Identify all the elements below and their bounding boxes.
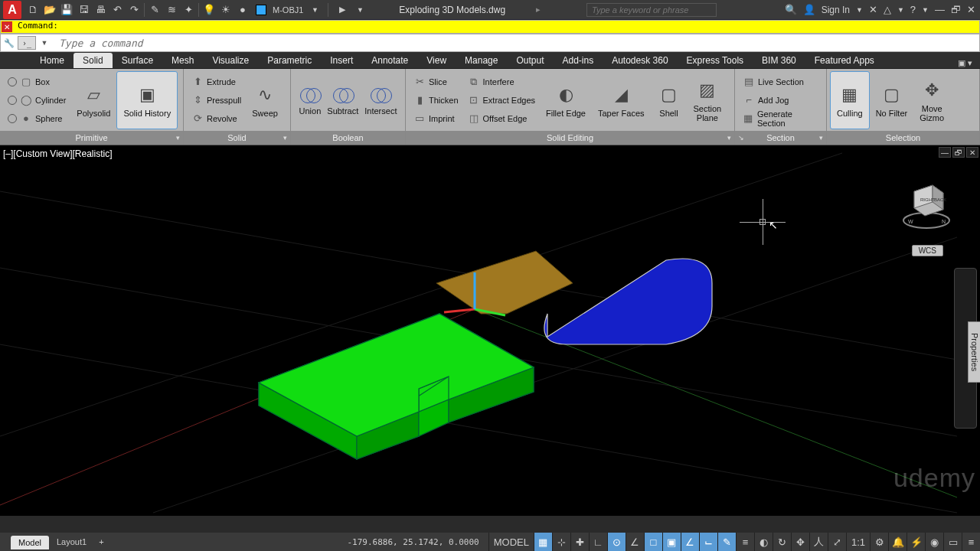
tab-expresstools[interactable]: Express Tools	[678, 53, 753, 68]
tab-insert[interactable]: Insert	[321, 53, 362, 68]
space-toggle[interactable]: MODEL	[488, 533, 534, 551]
imprint-button[interactable]: ▭Imprint	[412, 110, 460, 127]
section-plane-button[interactable]: ▨Section Plane	[688, 71, 728, 129]
generate-section-button[interactable]: ▦Generate Section	[741, 110, 820, 127]
3dosnap-icon[interactable]: ▣	[662, 533, 681, 551]
print-icon[interactable]: 🖶	[92, 2, 109, 18]
polysolid-button[interactable]: ▱Polysolid	[70, 71, 116, 129]
subtract-button[interactable]: Subtract	[324, 71, 361, 129]
tab-output[interactable]: Output	[507, 53, 553, 68]
undo-icon[interactable]: ↶	[109, 2, 126, 18]
search-input[interactable]	[586, 3, 717, 17]
revolve-button[interactable]: ⟳Revolve	[190, 110, 243, 127]
redo-icon[interactable]: ↷	[126, 2, 142, 18]
close-icon[interactable]: ✕	[966, 147, 978, 158]
batch-plot-icon[interactable]: ≋	[163, 2, 180, 18]
interfere-button[interactable]: ⧉Interfere	[466, 73, 537, 90]
panel-title[interactable]: Section▾↘	[735, 131, 826, 145]
viewcube[interactable]: RIGHT BACK W N	[899, 176, 954, 231]
sun-icon[interactable]: ☀	[217, 2, 234, 18]
live-section-button[interactable]: ▤Live Section	[741, 73, 820, 90]
transparency-icon[interactable]: ◐	[754, 533, 773, 551]
open-icon[interactable]: 📂	[41, 2, 58, 18]
render-icon[interactable]: ✦	[180, 2, 197, 18]
chevron-right-icon[interactable]: ▸	[536, 5, 541, 15]
polar-toggle-icon[interactable]: ⊙	[607, 533, 626, 551]
signin-button[interactable]: Sign In	[822, 5, 850, 15]
cursor-coordinates[interactable]: -179.6886, 25.1742, 0.0000	[338, 537, 488, 547]
tab-model[interactable]: Model	[11, 536, 49, 549]
panel-dialog-icon[interactable]: ↘	[738, 134, 744, 142]
command-input[interactable]	[53, 37, 979, 49]
dropdown-icon[interactable]: ▼	[351, 2, 368, 18]
tab-solid[interactable]: Solid	[74, 53, 113, 68]
dropdown-icon[interactable]: ▼	[306, 2, 323, 18]
intersect-button[interactable]: Intersect	[361, 71, 400, 129]
tab-bim360[interactable]: BIM 360	[753, 53, 805, 68]
extrude-button[interactable]: ⬆Extrude	[190, 73, 243, 90]
isolate-objects-icon[interactable]: ◉	[925, 533, 943, 551]
customize-icon[interactable]: 🔧	[2, 36, 16, 50]
culling-button[interactable]: ▦Culling	[830, 71, 870, 129]
slice-button[interactable]: ✂Slice	[412, 73, 460, 90]
panel-title[interactable]: Primitive▾	[0, 131, 183, 145]
match-prop-icon[interactable]: ✎	[146, 2, 163, 18]
dropdown-icon[interactable]: ▼	[922, 6, 929, 14]
presspull-button[interactable]: ⇕Presspull	[190, 92, 243, 109]
panel-expand-icon[interactable]: ▾	[819, 134, 823, 142]
tab-featuredapps[interactable]: Featured Apps	[805, 53, 884, 68]
add-layout-button[interactable]: +	[94, 535, 108, 549]
lineweight-icon[interactable]: ≡	[736, 533, 754, 551]
exchange-icon[interactable]: ✕	[869, 4, 877, 15]
tab-visualize[interactable]: Visualize	[203, 53, 258, 68]
infer-constraints-icon[interactable]: ✚	[570, 533, 589, 551]
tab-surface[interactable]: Surface	[113, 53, 162, 68]
dropdown-icon[interactable]: ▼	[897, 6, 904, 14]
ortho-toggle-icon[interactable]: ∟	[589, 533, 607, 551]
command-prompt-chevron[interactable]: ›_	[18, 36, 36, 50]
tab-autodesk360[interactable]: Autodesk 360	[603, 53, 677, 68]
box-button[interactable]: ▢Box	[6, 73, 67, 90]
properties-palette-tab[interactable]: Properties	[968, 321, 980, 383]
dynamic-ucs-icon[interactable]: ⌙	[699, 533, 717, 551]
offset-edge-button[interactable]: ◫Offset Edge	[466, 110, 537, 127]
tab-addins[interactable]: Add-ins	[554, 53, 603, 68]
otrack-icon[interactable]: ∠	[681, 533, 699, 551]
solid-history-button[interactable]: ▣Solid History	[116, 71, 178, 129]
fillet-edge-button[interactable]: ◐Fillet Edge	[540, 71, 592, 129]
model-viewport[interactable]: [–][Custom View][Realistic] — 🗗 ✕	[0, 145, 980, 516]
customize-statusbar-icon[interactable]: ≡	[962, 533, 980, 551]
close-icon[interactable]: ✕	[967, 4, 975, 15]
selection-cycling-icon[interactable]: ↻	[773, 533, 791, 551]
tab-view[interactable]: View	[417, 53, 456, 68]
tab-layout1[interactable]: Layout1	[49, 535, 94, 549]
dropdown-icon[interactable]: ▼	[38, 36, 51, 50]
thicken-button[interactable]: ▮Thicken	[412, 92, 460, 109]
extract-edges-button[interactable]: ⊡Extract Edges	[466, 92, 537, 109]
panel-title[interactable]: Solid▾	[184, 131, 290, 145]
annotation-scale[interactable]: 1:1	[846, 533, 870, 551]
union-button[interactable]: Union	[296, 71, 325, 129]
isodraft-icon[interactable]: ∠	[626, 533, 644, 551]
clean-screen-icon[interactable]: ▭	[943, 533, 962, 551]
save-icon[interactable]: 💾	[58, 2, 75, 18]
cylinder-button[interactable]: ◯Cylinder	[6, 92, 67, 109]
panel-expand-icon[interactable]: ▾	[283, 134, 287, 142]
tab-mesh[interactable]: Mesh	[162, 53, 203, 68]
gizmo-icon[interactable]: ✥	[791, 533, 809, 551]
tab-parametric[interactable]: Parametric	[258, 53, 321, 68]
annotation-monitor-icon[interactable]: 🔔	[888, 533, 906, 551]
hardware-accel-icon[interactable]: ⚡	[906, 533, 925, 551]
minimize-icon[interactable]: —	[935, 4, 945, 15]
layer-color-swatch[interactable]	[256, 5, 266, 15]
dynamic-input-icon[interactable]: ✎	[717, 533, 736, 551]
material-icon[interactable]: ●	[234, 2, 251, 18]
restore-icon[interactable]: 🗗	[951, 4, 961, 15]
current-layer-name[interactable]: M-OBJ1	[270, 5, 306, 15]
panel-title[interactable]: Solid Editing▾	[406, 131, 734, 145]
dropdown-icon[interactable]: ▼	[856, 6, 863, 14]
close-macro-icon[interactable]: ✕	[2, 21, 12, 32]
run-script-icon[interactable]: ▶	[333, 5, 351, 15]
panel-expand-icon[interactable]: ▾	[727, 134, 731, 142]
help-icon[interactable]: ?	[910, 4, 916, 15]
